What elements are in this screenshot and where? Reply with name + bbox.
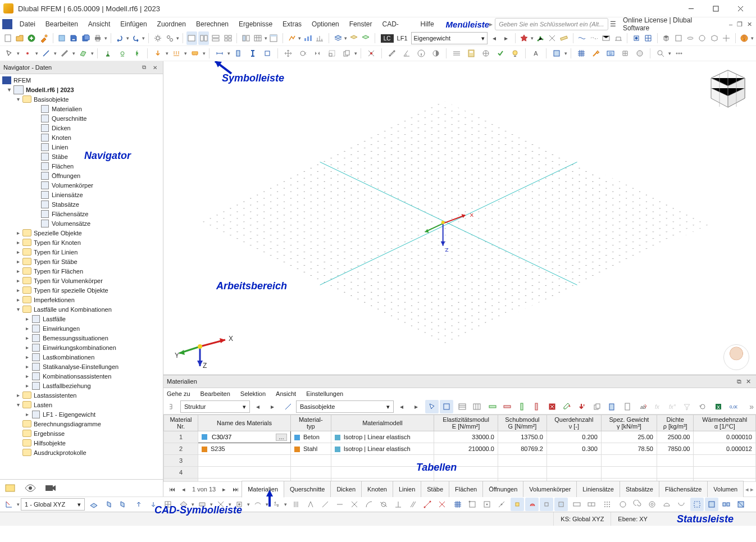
col-gew[interactable]: Spez. Gewicht γ [kN/m³]: [601, 415, 657, 431]
tbl-delrow-icon[interactable]: [500, 400, 514, 413]
tree-folder1-5[interactable]: ▸Typen für Volumenkörper: [0, 276, 163, 285]
tab-knoten[interactable]: Knoten: [361, 481, 393, 497]
tb-layers-icon[interactable]: [333, 31, 343, 45]
cad-mline4-icon[interactable]: [333, 498, 347, 511]
cad-circle2-icon[interactable]: [645, 498, 659, 511]
tb2-copy-icon[interactable]: [340, 47, 353, 60]
tbl-menu-view[interactable]: Ansicht: [276, 390, 296, 397]
tb-win1-icon[interactable]: [186, 31, 197, 45]
page-last-icon[interactable]: ⏭: [229, 486, 242, 493]
tree-folder3-0[interactable]: Berechnungsdiagramme: [0, 419, 163, 429]
tbl-insrow-icon[interactable]: [486, 400, 499, 413]
tab-querschnitte[interactable]: Querschnitte: [284, 481, 331, 497]
menu-bearbeiten[interactable]: Bearbeiten: [40, 17, 83, 31]
tb-view3-icon[interactable]: [697, 31, 708, 45]
tab-öffnungen[interactable]: Öffnungen: [482, 481, 523, 497]
tb-block-icon[interactable]: [56, 31, 67, 45]
tb-undo-icon[interactable]: [115, 31, 125, 45]
tbl-abc-icon[interactable]: ab: [636, 400, 650, 413]
cad-sel2-icon[interactable]: [705, 498, 718, 511]
tbl-menu-edit[interactable]: Bearbeiten: [201, 390, 230, 397]
tb-deform-icon[interactable]: [577, 31, 588, 45]
tb2-section2-icon[interactable]: [246, 47, 259, 60]
tree-basis-12[interactable]: Volumensätze: [0, 218, 163, 228]
tb2-surf-icon[interactable]: [76, 47, 90, 60]
tree-basis-0[interactable]: Materialien: [0, 104, 163, 113]
tree-basis-1[interactable]: Querschnitte: [0, 113, 163, 123]
tree-folder1-4[interactable]: ▸Typen für Flächen: [0, 266, 163, 276]
tbl-tb-tree2-icon[interactable]: [281, 400, 295, 413]
menu-einfuegen[interactable]: Einfügen: [115, 17, 152, 31]
tbl-menu-goto[interactable]: Gehe zu: [167, 390, 190, 397]
cad-osnap4-icon[interactable]: [554, 498, 568, 511]
cell-name-editor[interactable]: …: [202, 433, 287, 441]
cad-sel3-icon[interactable]: [719, 498, 733, 511]
search-options-icon[interactable]: ☰: [608, 20, 618, 28]
tb2-load3-icon[interactable]: [188, 47, 202, 60]
close-button[interactable]: [728, 1, 753, 16]
cad-sel1-icon[interactable]: [690, 498, 704, 511]
tree-basisobjekte[interactable]: ▾Basisobjekte: [0, 94, 163, 104]
table-row[interactable]: 2 S235 Stahl Isotrop | Linear elastisch …: [164, 443, 756, 455]
cad-halfc2-icon[interactable]: [675, 498, 688, 511]
tree-basis-7[interactable]: Öffnungen: [0, 171, 163, 180]
tbl-prev1-icon[interactable]: ◂: [251, 400, 265, 413]
col-gmod[interactable]: Schubmodul G [N/mm²]: [498, 415, 546, 431]
tb-layers2-icon[interactable]: [348, 31, 359, 45]
cad-osnap2-icon[interactable]: [525, 498, 539, 511]
col-modell[interactable]: Materialmodell: [331, 415, 434, 431]
lf-next-icon[interactable]: ▸: [500, 31, 511, 45]
cad-tangent-icon[interactable]: [377, 498, 390, 511]
tree-folder2-0[interactable]: ▸Lastassistenten: [0, 390, 163, 400]
page-prev-icon[interactable]: ◂: [179, 486, 189, 493]
tbl-del-icon[interactable]: [545, 400, 559, 413]
tb-graph-icon[interactable]: [535, 31, 545, 45]
tree-folder3-2[interactable]: Hilfsobjekte: [0, 438, 163, 448]
cad-input2-icon[interactable]: [585, 498, 598, 511]
tb-nav-icon[interactable]: [240, 31, 251, 45]
tb-tables-icon[interactable]: [252, 31, 263, 45]
tbl-next1-icon[interactable]: ▸: [266, 400, 279, 413]
tb-view5-icon[interactable]: [721, 31, 731, 45]
cad-perp-icon[interactable]: [391, 498, 405, 511]
nav-tab-data-icon[interactable]: [4, 483, 16, 493]
col-typ[interactable]: Material- typ: [291, 415, 331, 431]
cad-osnap1-icon[interactable]: [511, 498, 524, 511]
tree-basis-8[interactable]: Volumenkörper: [0, 180, 163, 190]
tb2-mirror-icon[interactable]: [311, 47, 324, 60]
tbl-more-icon[interactable]: »: [749, 402, 754, 411]
tb-moment-icon[interactable]: [613, 31, 623, 45]
tb2-tool1-icon[interactable]: [618, 47, 632, 60]
tree-basis-5[interactable]: Stäbe: [0, 152, 163, 161]
navigator-pin-icon[interactable]: ⧉: [139, 63, 148, 72]
menu-hilfe[interactable]: Hilfe: [416, 17, 439, 31]
navigator-close-icon[interactable]: ✕: [151, 63, 160, 72]
cad-plane-xy-icon[interactable]: [87, 498, 101, 511]
loadcase-tag[interactable]: LC: [381, 34, 394, 43]
cad-cs-icon[interactable]: [2, 498, 16, 511]
tree-lfk-6[interactable]: ▸Kombinationsassistenten: [0, 371, 163, 381]
tree-lfk-2[interactable]: ▸Bemessungssituationen: [0, 333, 163, 343]
tables-pin-icon[interactable]: ⧉: [735, 378, 744, 385]
tb2-units-icon[interactable]: SI: [604, 47, 617, 60]
tab-volumen[interactable]: Volumen: [707, 481, 744, 497]
cad-snap-grid-icon[interactable]: [600, 498, 614, 511]
tb-print-icon[interactable]: [92, 31, 103, 45]
tree-model[interactable]: ▾Modell.rf6 | 2023: [0, 85, 163, 94]
tb2-plaus-icon[interactable]: [494, 47, 507, 60]
cad-mline3-icon[interactable]: [318, 498, 332, 511]
tb2-move-icon[interactable]: [281, 47, 295, 60]
tbl-menu-sel[interactable]: Selektion: [240, 390, 266, 397]
tb2-info-icon[interactable]: [415, 47, 428, 60]
cad-mline-red-icon[interactable]: [421, 498, 434, 511]
tab-volumenkörper[interactable]: Volumenkörper: [523, 481, 577, 497]
cad-spiral-icon[interactable]: [631, 498, 644, 511]
tree-lfk-1[interactable]: ▸Einwirkungen: [0, 324, 163, 333]
tb2-bulb-icon[interactable]: [508, 47, 522, 60]
tbl-page-icon[interactable]: [621, 400, 634, 413]
tree-basis-11[interactable]: Flächensätze: [0, 209, 163, 218]
col-dichte[interactable]: Dichte ρ [kg/m³]: [657, 415, 693, 431]
col-querd[interactable]: Querdehnzahl ν [-]: [546, 415, 601, 431]
tb-deform2-icon[interactable]: [589, 31, 599, 45]
tree-lasten-0[interactable]: ▸LF1 - Eigengewicht: [0, 409, 163, 419]
